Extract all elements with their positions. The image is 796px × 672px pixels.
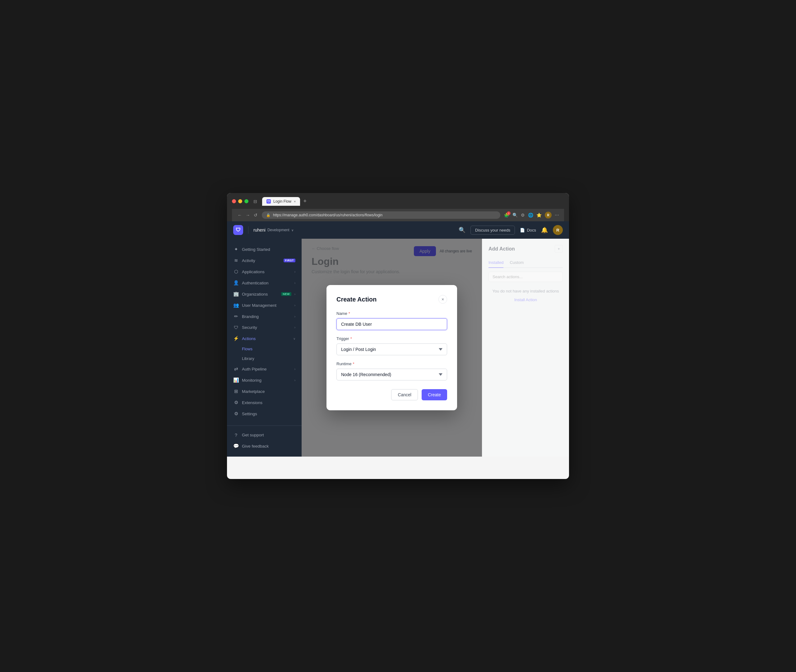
bookmark-icon[interactable]: ⭐ xyxy=(537,213,541,218)
active-browser-tab[interactable]: 🛡 Login Flow × xyxy=(262,197,300,206)
sidebar-item-settings[interactable]: ⚙ Settings xyxy=(227,408,302,419)
address-bar[interactable]: 🔒 https://manage.auth0.com/dashboard/us/… xyxy=(262,211,500,219)
add-action-title: Add Action xyxy=(488,246,515,252)
sidebar: ✦ Getting Started ≋ Activity FIRST ⬡ App… xyxy=(227,239,302,457)
get-support-label: Get support xyxy=(242,433,295,437)
new-tab-button[interactable]: + xyxy=(301,197,309,206)
header-divider xyxy=(248,226,248,234)
activity-icon: ≋ xyxy=(233,258,239,263)
close-traffic-light[interactable] xyxy=(232,199,236,203)
sidebar-item-auth-pipeline[interactable]: ⇄ Auth Pipeline › xyxy=(227,363,302,374)
auth-pipeline-chevron-icon: › xyxy=(295,367,295,371)
name-input[interactable] xyxy=(336,318,447,330)
sidebar-item-branding[interactable]: ✏ Branding › xyxy=(227,311,302,322)
sidebar-item-label: Marketplace xyxy=(242,389,295,394)
trigger-select[interactable]: Login / Post Login Pre User Registration… xyxy=(336,344,447,355)
app-header: 🛡 ruheni Development ∨ 🔍 Discuss your ne… xyxy=(227,221,569,239)
org-selector[interactable]: ruheni Development ∨ xyxy=(253,227,293,232)
back-button[interactable]: ← xyxy=(237,212,242,218)
sidebar-item-label: Authentication xyxy=(242,281,291,285)
name-required-star: * xyxy=(349,311,350,316)
tab-close-button[interactable]: × xyxy=(294,200,296,203)
sidebar-item-actions[interactable]: ⚡ Actions ∨ xyxy=(227,333,302,344)
authentication-icon: 👤 xyxy=(233,280,239,286)
sidebar-item-applications[interactable]: ⬡ Applications › xyxy=(227,266,302,277)
sidebar-give-feedback[interactable]: 💬 Give feedback xyxy=(227,440,302,452)
sidebar-item-user-management[interactable]: 👥 User Management › xyxy=(227,300,302,311)
runtime-select[interactable]: Node 16 (Recommended) Node 18 Node 12 xyxy=(336,369,447,381)
modal-close-button[interactable]: × xyxy=(439,295,447,304)
sidebar-sub-item-library[interactable]: Library xyxy=(227,354,302,363)
profile-icon[interactable]: 🌐 xyxy=(528,213,533,218)
sidebar-get-support[interactable]: ? Get support xyxy=(227,430,302,440)
applications-icon: ⬡ xyxy=(233,269,239,274)
translate-icon[interactable]: ⚙ xyxy=(521,213,525,218)
sidebar-item-security[interactable]: 🛡 Security › xyxy=(227,322,302,333)
create-button[interactable]: Create xyxy=(422,389,447,400)
security-icon: 🛡 xyxy=(233,325,239,330)
sidebar-item-label: Activity xyxy=(242,258,280,263)
install-action-link[interactable]: Install Action xyxy=(488,298,563,302)
modal-footer: Cancel Create xyxy=(336,389,447,400)
sidebar-toggle-button[interactable]: ⊟ xyxy=(252,198,258,205)
settings-icon: ⚙ xyxy=(233,411,239,416)
org-name: ruheni xyxy=(253,227,266,232)
docs-link[interactable]: 📄 Docs xyxy=(520,228,536,232)
maximize-traffic-light[interactable] xyxy=(244,199,248,203)
traffic-lights xyxy=(232,199,248,203)
lock-icon: 🔒 xyxy=(266,213,271,217)
support-icon: ? xyxy=(233,432,239,438)
refresh-button[interactable]: ↺ xyxy=(253,212,258,218)
zoom-icon[interactable]: 🔍 xyxy=(513,213,518,218)
url-text: https://manage.auth0.com/dashboard/us/ru… xyxy=(273,213,383,217)
sidebar-item-activity[interactable]: ≋ Activity FIRST xyxy=(227,255,302,266)
organizations-badge: NEW xyxy=(281,292,291,296)
sidebar-item-label: Branding xyxy=(242,314,291,319)
minimize-traffic-light[interactable] xyxy=(238,199,242,203)
sidebar-item-marketplace[interactable]: ⊞ Marketplace xyxy=(227,386,302,397)
library-label: Library xyxy=(242,356,255,361)
sidebar-item-monitoring[interactable]: 📊 Monitoring › xyxy=(227,374,302,386)
search-button[interactable]: 🔍 xyxy=(459,227,466,234)
more-options-icon[interactable]: ⋯ xyxy=(555,213,559,218)
main-content: ← Choose flow Login Customize the login … xyxy=(302,239,482,457)
org-env: Development xyxy=(267,228,290,232)
sidebar-sub-item-flows[interactable]: Flows xyxy=(227,344,302,354)
browser-toolbar: ← → ↺ 🔒 https://manage.auth0.com/dashboa… xyxy=(232,209,564,221)
docs-icon: 📄 xyxy=(520,228,525,232)
actions-icon: ⚡ xyxy=(233,336,239,341)
nav-buttons: ← → ↺ xyxy=(237,212,258,218)
user-management-chevron-icon: › xyxy=(295,304,295,307)
sidebar-item-label: Auth Pipeline xyxy=(242,367,291,371)
sidebar-item-label: Security xyxy=(242,325,291,330)
tab-installed[interactable]: Installed xyxy=(488,258,503,268)
give-feedback-label: Give feedback xyxy=(242,444,295,448)
cancel-button[interactable]: Cancel xyxy=(391,389,418,400)
sidebar-item-label: User Management xyxy=(242,303,291,308)
sidebar-item-label: Organizations xyxy=(242,292,278,296)
user-avatar[interactable]: R xyxy=(553,225,563,235)
browser-chrome: ⊟ 🛡 Login Flow × + ← → ↺ 🔒 https://manag… xyxy=(227,193,569,221)
trigger-label: Trigger * xyxy=(336,336,447,341)
forward-button[interactable]: → xyxy=(245,212,251,218)
sidebar-item-extensions[interactable]: ⚙ Extensions xyxy=(227,397,302,408)
right-panel: Add Action + Installed Custom You do not… xyxy=(482,239,569,457)
extensions-icon[interactable]: 🧩 1 xyxy=(504,213,509,218)
modal-header: Create Action × xyxy=(336,295,447,304)
notifications-button[interactable]: 🔔 xyxy=(541,227,548,234)
search-actions-input[interactable] xyxy=(488,272,563,282)
sidebar-item-label: Getting Started xyxy=(242,247,295,252)
sidebar-item-getting-started[interactable]: ✦ Getting Started xyxy=(227,244,302,255)
add-action-button[interactable]: + xyxy=(555,245,563,253)
tab-custom[interactable]: Custom xyxy=(509,258,524,268)
activity-badge: FIRST xyxy=(283,259,296,262)
browser-user-avatar[interactable]: R xyxy=(545,212,552,219)
sidebar-item-authentication[interactable]: 👤 Authentication › xyxy=(227,277,302,288)
content-area: ✦ Getting Started ≋ Activity FIRST ⬡ App… xyxy=(227,239,569,457)
discuss-needs-button[interactable]: Discuss your needs xyxy=(471,226,515,235)
organizations-icon: 🏢 xyxy=(233,291,239,297)
applications-chevron-icon: › xyxy=(295,270,295,274)
flows-label: Flows xyxy=(242,347,253,351)
sidebar-item-organizations[interactable]: 🏢 Organizations NEW › xyxy=(227,288,302,300)
create-action-modal: Create Action × Name * xyxy=(327,285,457,410)
